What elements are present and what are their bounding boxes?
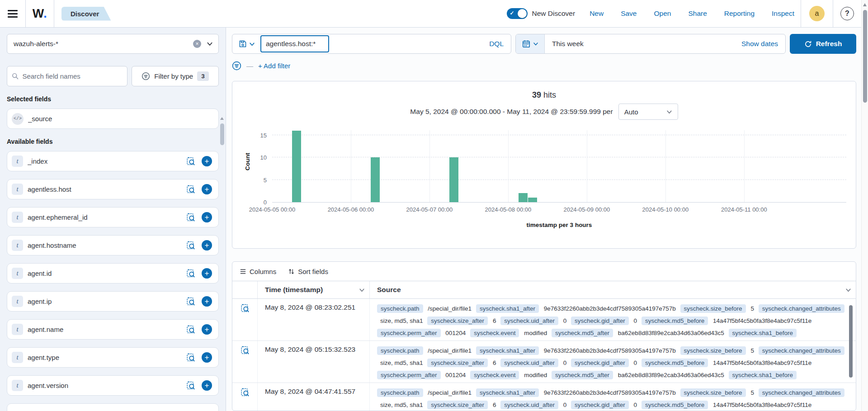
scroll-up-arrow[interactable] <box>863 3 867 6</box>
field-item-agentless.host[interactable]: tagentless.host+ <box>7 179 219 199</box>
source-header-chevron-icon[interactable] <box>845 287 851 293</box>
sort-icon <box>288 268 295 275</box>
source-field-value: 0 <box>631 317 640 324</box>
sidebar-scrollbar[interactable] <box>220 123 224 145</box>
histogram-bar[interactable] <box>292 131 301 202</box>
inspect-field-icon[interactable] <box>186 269 195 278</box>
inspect-field-icon[interactable] <box>186 381 195 390</box>
inspect-field-icon[interactable] <box>186 353 195 362</box>
field-name: _source <box>28 115 214 123</box>
add-field-icon[interactable]: + <box>202 324 212 335</box>
field-item-agent.hostname[interactable]: tagent.hostname+ <box>7 235 219 255</box>
source-column-header[interactable]: Source <box>370 281 856 298</box>
expand-cell <box>232 299 258 340</box>
topbar-link-inspect[interactable]: Inspect <box>772 9 794 18</box>
field-item-_index[interactable]: t_index+ <box>7 151 219 171</box>
new-discover-toggle[interactable]: ✓ <box>507 8 528 19</box>
field-name: _index <box>28 157 186 165</box>
topbar-link-save[interactable]: Save <box>621 9 637 18</box>
source-cell: syscheck.path /special_dir/file1 syschec… <box>370 299 856 340</box>
inspect-field-icon[interactable] <box>186 325 195 334</box>
topbar-link-open[interactable]: Open <box>654 9 671 18</box>
filter-by-type-button[interactable]: Filter by type 3 <box>132 66 219 86</box>
histogram-bar[interactable] <box>371 157 380 202</box>
topbar-link-share[interactable]: Share <box>688 9 707 18</box>
expand-document-icon[interactable] <box>241 304 250 340</box>
calendar-button[interactable] <box>516 34 545 53</box>
scrollbar-up-arrow[interactable] <box>220 117 224 120</box>
source-field-badge: syscheck.perm_after <box>377 329 441 337</box>
field-item-agent.name[interactable]: tagent.name+ <box>7 319 219 340</box>
field-item-partial[interactable] <box>7 403 219 411</box>
source-field-badge: syscheck.md5_before <box>642 317 708 325</box>
query-language-button[interactable]: DQL <box>482 40 511 48</box>
topbar-link-new[interactable]: New <box>590 9 604 18</box>
interval-select[interactable]: Auto <box>618 104 678 120</box>
filter-menu-icon[interactable] <box>232 61 241 71</box>
field-item-agent.ip[interactable]: tagent.ip+ <box>7 291 219 312</box>
gridline <box>272 135 846 135</box>
wazuh-logo[interactable]: W. <box>26 7 54 21</box>
field-item-agent.type[interactable]: tagent.type+ <box>7 347 219 368</box>
histogram-bar[interactable] <box>519 193 528 202</box>
add-field-icon[interactable]: + <box>202 296 212 307</box>
gridline <box>351 130 351 202</box>
add-field-icon[interactable]: + <box>202 268 212 279</box>
source-field-value: 001204 <box>442 372 468 378</box>
refresh-button[interactable]: Refresh <box>790 34 856 54</box>
time-column-header[interactable]: Time (timestamp) <box>258 281 370 298</box>
source-field-icon: </> <box>12 113 24 125</box>
plot-area[interactable] <box>272 130 846 203</box>
source-field-value: size, md5, sha1 <box>377 402 426 408</box>
histogram-bar[interactable] <box>449 157 458 202</box>
sort-chevron-icon[interactable] <box>359 287 365 293</box>
field-actions: + <box>186 212 212 222</box>
add-filter-link[interactable]: + Add filter <box>258 62 290 70</box>
field-item-agent.id[interactable]: tagent.id+ <box>7 263 219 283</box>
field-item-agent.version[interactable]: tagent.version+ <box>7 375 219 396</box>
menu-icon[interactable] <box>0 8 25 19</box>
add-field-icon[interactable]: + <box>202 240 212 250</box>
expand-cell <box>232 383 258 411</box>
field-search-input[interactable] <box>22 72 123 80</box>
add-field-icon[interactable]: + <box>202 380 212 391</box>
field-item-agent.ephemeral_id[interactable]: tagent.ephemeral_id+ <box>7 207 219 227</box>
inspect-field-icon[interactable] <box>186 213 195 222</box>
clear-index-icon[interactable]: × <box>193 40 201 48</box>
table-scrollbar[interactable] <box>849 305 853 378</box>
filter-count-badge: 3 <box>197 71 209 81</box>
field-name: agentless.host <box>28 185 186 193</box>
expand-document-icon[interactable] <box>241 346 250 383</box>
available-fields-list: t_index+tagentless.host+tagent.ephemeral… <box>7 151 219 411</box>
columns-button[interactable]: Columns <box>240 268 276 275</box>
add-field-icon[interactable]: + <box>202 212 212 222</box>
inspect-field-icon[interactable] <box>186 157 195 166</box>
scroll-thumb[interactable] <box>863 10 867 103</box>
add-field-icon[interactable]: + <box>202 352 212 363</box>
fields-sidebar: wazuh-alerts-* × Filter by type 3 Select… <box>0 28 226 411</box>
query-input[interactable] <box>260 35 329 52</box>
index-pattern-select[interactable]: wazuh-alerts-* × <box>7 34 219 54</box>
x-tick-label: 2024-05-07 00:00 <box>398 206 461 213</box>
source-field-badge: syscheck.changed_attributes <box>759 388 844 397</box>
field-item-source[interactable]: </> _source <box>7 109 219 129</box>
inspect-field-icon[interactable] <box>186 241 195 250</box>
saved-query-button[interactable] <box>232 40 260 48</box>
source-field-value: 9e7633f2260abb2b3de4cdf7589305a4197e757b <box>541 305 679 312</box>
add-field-icon[interactable]: + <box>202 184 212 194</box>
inspect-field-icon[interactable] <box>186 185 195 194</box>
time-range-value[interactable]: This week <box>545 40 584 48</box>
source-field-badge: syscheck.gid_after <box>571 401 629 409</box>
help-icon[interactable]: ? <box>840 7 854 20</box>
tab-discover[interactable]: Discover <box>61 7 111 21</box>
topbar-link-reporting[interactable]: Reporting <box>724 9 755 18</box>
source-field-value: 0 <box>560 402 570 408</box>
show-dates-link[interactable]: Show dates <box>741 40 785 48</box>
histogram-bar[interactable] <box>528 198 537 202</box>
avatar[interactable]: a <box>809 6 825 21</box>
add-field-icon[interactable]: + <box>202 156 212 166</box>
inspect-field-icon[interactable] <box>186 297 195 306</box>
expand-document-icon[interactable] <box>241 388 250 411</box>
window-scrollbar[interactable] <box>861 0 868 411</box>
sort-fields-button[interactable]: Sort fields <box>288 268 328 275</box>
